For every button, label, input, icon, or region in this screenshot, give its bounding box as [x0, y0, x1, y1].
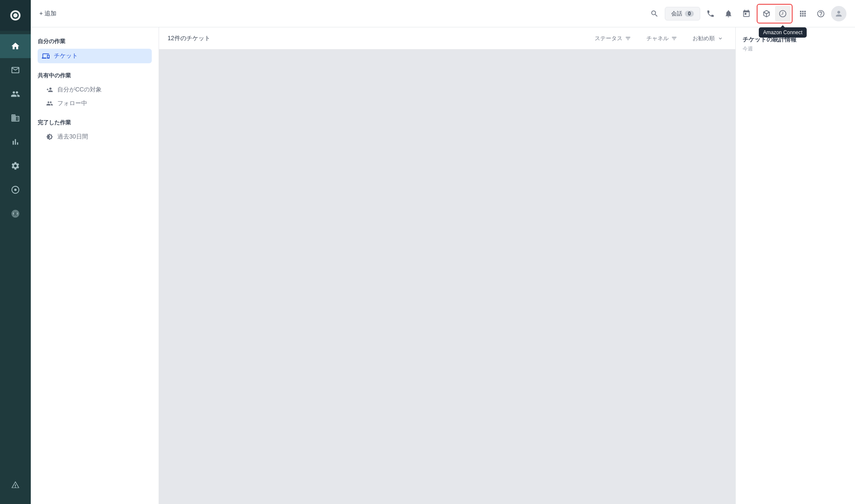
add-button[interactable]: + 追加 [39, 10, 56, 18]
sidebar-item-tickets[interactable] [0, 58, 31, 82]
panel-item-tickets[interactable]: チケット [38, 49, 152, 63]
my-work-title: 自分の作業 [38, 38, 152, 45]
svg-point-0 [14, 189, 17, 191]
completed-work-title: 完了した作業 [38, 119, 152, 127]
left-panel: 自分の作業 チケット 共有中の作業 自分がCCの対象 フォロー中 完了した作業 [31, 27, 159, 504]
panel-following-label: フォロー中 [57, 100, 87, 107]
calendar-button[interactable] [739, 6, 754, 21]
sidebar-item-contacts[interactable] [0, 82, 31, 106]
topbar: + 追加 会話 0 [31, 0, 855, 27]
search-button[interactable] [647, 6, 662, 21]
panel-tickets-label: チケット [54, 52, 78, 60]
sidebar-item-automation[interactable] [0, 178, 31, 202]
content-area: 自分の作業 チケット 共有中の作業 自分がCCの対象 フォロー中 完了した作業 [31, 27, 855, 504]
sidebar-bottom [0, 473, 31, 504]
main-area: + 追加 会話 0 [31, 0, 855, 504]
ticket-toolbar: 12件のチケット ステータス チャネル お勧め順 [159, 27, 735, 50]
ticket-count: 12件のチケット [168, 35, 210, 42]
user-avatar[interactable] [831, 6, 846, 21]
notifications-button[interactable] [721, 6, 736, 21]
status-filter-label: ステータス [595, 35, 622, 42]
shared-work-title: 共有中の作業 [38, 72, 152, 80]
conversation-label: 会話 [671, 10, 682, 18]
panel-item-cc[interactable]: 自分がCCの対象 [38, 83, 152, 97]
panel-item-following[interactable]: フォロー中 [38, 97, 152, 110]
sidebar-navigation [0, 31, 31, 473]
my-work-section: 自分の作業 チケット [38, 38, 152, 63]
right-panel: チケットの統計情報 今週 [735, 27, 855, 504]
sort-label: お勧め順 [693, 35, 715, 42]
sort-button[interactable]: お勧め順 [689, 33, 727, 44]
sidebar-item-settings[interactable] [0, 154, 31, 178]
panel-cc-label: 自分がCCの対象 [57, 86, 102, 94]
sidebar-item-zendesk[interactable] [0, 473, 31, 497]
apps-grid-button[interactable] [795, 6, 811, 21]
channel-filter-button[interactable]: チャネル [643, 33, 681, 44]
cube-button[interactable] [759, 6, 774, 21]
panel-past30-label: 過去30日間 [57, 133, 88, 141]
conversation-count: 0 [685, 11, 694, 17]
sidebar [0, 0, 31, 504]
shared-work-section: 共有中の作業 自分がCCの対象 フォロー中 [38, 72, 152, 110]
sidebar-item-organizations[interactable] [0, 106, 31, 130]
ticket-main-area [159, 50, 735, 504]
status-filter-button[interactable]: ステータス [591, 33, 634, 44]
sidebar-item-home[interactable] [0, 34, 31, 58]
phone-button[interactable] [703, 6, 718, 21]
channel-filter-label: チャネル [646, 35, 669, 42]
stats-title: チケットの統計情報 [743, 36, 848, 44]
stats-period: 今週 [743, 45, 848, 53]
conversation-button[interactable]: 会話 0 [665, 7, 700, 21]
topbar-icons: 会話 0 Amazon Connect [647, 4, 846, 24]
completed-work-section: 完了した作業 過去30日間 [38, 119, 152, 144]
middle-area: 12件のチケット ステータス チャネル お勧め順 [159, 27, 735, 504]
sidebar-logo[interactable] [0, 0, 31, 31]
amazon-connect-button[interactable]: Amazon Connect [775, 6, 790, 21]
panel-item-past-30[interactable]: 過去30日間 [38, 130, 152, 144]
sidebar-item-apps[interactable] [0, 202, 31, 226]
help-button[interactable] [813, 6, 828, 21]
amazon-connect-highlight-box: Amazon Connect [757, 4, 793, 24]
sidebar-item-reporting[interactable] [0, 130, 31, 154]
